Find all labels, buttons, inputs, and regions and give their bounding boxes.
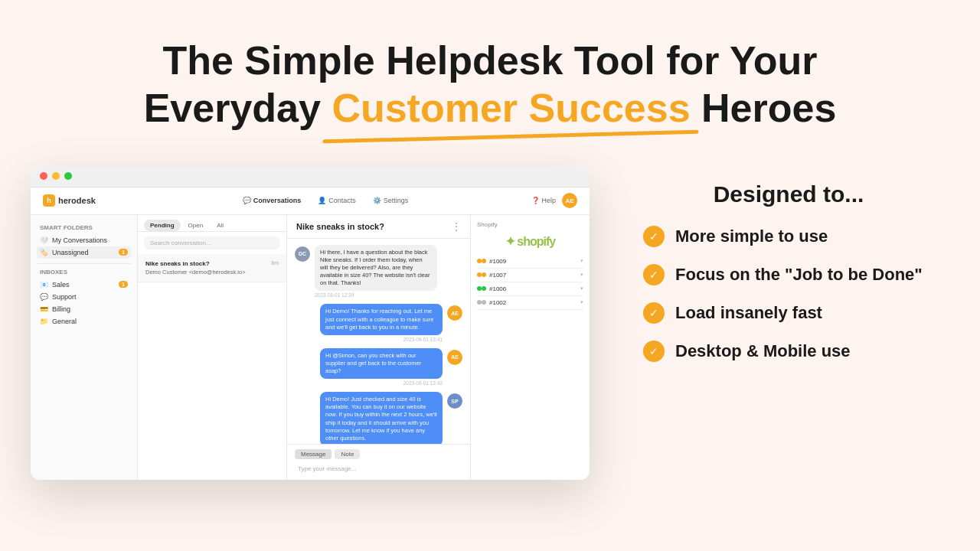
chat-tab-message[interactable]: Message [295,449,332,459]
chevron-down-icon: ▾ [580,258,583,264]
support-icon: 💬 [40,293,48,301]
nav-tab-contacts[interactable]: 👤 Contacts [310,194,364,207]
msg-bubble-2: Hi Demo! Thanks for reaching out. Let me… [320,304,443,341]
chat-title: Nike sneaks in stock? [296,222,384,231]
shopify-order-1007[interactable]: #1007 ▾ [477,269,583,282]
feature-item-1: ✓ More simple to use [643,226,934,247]
conv-item-header: Nike sneaks in stock? 8m [145,260,279,267]
inboxes-title: Inboxes [37,269,131,276]
chat-options-icon[interactable]: ⋮ [452,221,461,232]
shopify-header: Shopify [477,221,583,228]
chat-input-tabs: Message Note [295,449,462,459]
chevron-down-icon-3: ▾ [580,285,583,292]
settings-label: Settings [384,197,409,204]
msg-bubble-1: Hi there, I have a question about the bl… [315,245,437,298]
settings-icon: ⚙️ [373,197,381,204]
unassigned-icon: 🏷️ [40,249,48,256]
msg-time-3: 2023-08-01 13:42 [320,380,443,386]
sidebar-item-billing[interactable]: 💳 Billing [37,303,131,315]
sales-badge: 1 [119,281,128,288]
designed-title: Designed to... [643,181,934,207]
nav-tab-conversations[interactable]: 💬 Conversations [235,194,309,207]
conv-tab-pending[interactable]: Pending [144,220,181,231]
conv-tab-open[interactable]: Open [182,220,210,231]
msg-avatar-dc: DC [295,246,310,262]
hero-title-suffix: Heroes [691,86,837,130]
sidebar-item-my-conversations[interactable]: 🤍 My Conversations [37,234,131,246]
window-minimize-dot [52,172,60,180]
sidebar-item-support[interactable]: 💬 Support [37,291,131,303]
hero-title-highlight: Customer Success [332,84,690,132]
features-section: Designed to... ✓ More simple to use ✓ Fo… [620,166,949,379]
contacts-label: Contacts [328,197,356,204]
app-body: Smart folders 🤍 My Conversations 🏷️ Unas… [31,187,590,480]
conv-filter-tabs: Pending Open All [138,215,286,232]
chat-messages: DC Hi there, I have a question about the… [287,239,470,444]
feature-text-2: Focus on the "Job to be Done" [675,265,923,285]
sales-icon: 📧 [40,281,48,289]
user-avatar[interactable]: AE [562,193,577,208]
hero-title: The Simple Helpdesk Tool for Your Everyd… [31,37,949,132]
conversation-search[interactable]: Search conversation... [144,236,280,249]
window-maximize-dot [64,172,72,180]
help-link[interactable]: ❓ Help [531,197,556,204]
shopify-order-1002[interactable]: #1002 ▾ [477,296,583,310]
unassigned-badge: 1 [119,249,128,256]
feature-check-4: ✓ [643,341,665,362]
shopify-logo-container: ✦ shopify [477,234,583,249]
message-3: AE Hi @Simon, can you check with our sup… [295,348,462,386]
conversation-item[interactable]: Nike sneaks in stock? 8m Demo Customer <… [138,254,286,282]
conversations-label: Conversations [253,197,302,204]
msg-bubble-4: Hi Demo! Just checked and size 40 is ava… [320,392,443,444]
feature-check-2: ✓ [643,264,665,285]
msg-avatar-ae-2: AE [447,350,462,365]
chevron-down-icon-2: ▾ [580,272,583,278]
app-screenshot: h herodesk 💬 Conversations 👤 Contacts ⚙️… [31,166,590,480]
window-close-dot [40,172,47,180]
nav-tab-settings[interactable]: ⚙️ Settings [365,194,416,207]
feature-text-3: Load insanely fast [675,303,822,323]
chat-input-area: Message Note Type your message... [287,444,470,480]
contacts-icon: 👤 [318,197,326,204]
conv-tab-all[interactable]: All [211,220,230,231]
logo-text: herodesk [58,196,96,205]
feature-item-2: ✓ Focus on the "Job to be Done" [643,264,934,285]
hero-title-line1: The Simple Helpdesk Tool for Your [162,38,817,83]
chat-header: Nike sneaks in stock? ⋮ [287,215,470,239]
shopify-order-1006[interactable]: #1006 ▾ [477,282,583,296]
msg-avatar-ae-1: AE [447,305,462,321]
message-2: AE Hi Demo! Thanks for reaching out. Let… [295,304,462,341]
window-chrome [31,166,590,187]
general-icon: 📁 [40,318,48,325]
conversations-icon: 💬 [243,197,251,204]
sidebar-item-sales[interactable]: 📧 Sales 1 [37,279,131,291]
shopify-order-1009[interactable]: #1009 ▾ [477,255,583,269]
feature-item-4: ✓ Desktop & Mobile use [643,341,934,362]
conversation-list: Pending Open All Search conversation... … [138,215,287,480]
message-4: SP Hi Demo! Just checked and size 40 is … [295,392,462,444]
feature-check-3: ✓ [643,302,665,324]
message-1: DC Hi there, I have a question about the… [295,245,462,298]
logo-icon: h [43,194,55,207]
msg-avatar-sp: SP [447,393,462,409]
sidebar-item-unassigned[interactable]: 🏷️ Unassigned 1 [37,246,131,259]
heart-icon: 🤍 [40,236,48,244]
sidebar-item-general[interactable]: 📁 General [37,315,131,328]
shopify-logo: ✦ shopify [505,235,555,248]
msg-time-2: 2023-08-01 13:41 [320,337,443,342]
feature-check-1: ✓ [643,226,665,247]
msg-time-1: 2023-08-01 12:39 [315,292,437,298]
chat-input-placeholder[interactable]: Type your message... [295,462,462,475]
conv-sender: Demo Customer <demo@herodesk.io> [145,269,279,276]
shopify-header-label: Shopify [477,221,498,228]
feature-text-1: More simple to use [675,227,828,246]
billing-icon: 💳 [40,305,48,313]
feature-text-4: Desktop & Mobile use [675,341,851,361]
smart-folders-title: Smart folders [37,224,131,231]
main-content: h herodesk 💬 Conversations 👤 Contacts ⚙️… [0,151,980,480]
nav-right: ❓ Help AE [531,193,577,208]
shopify-panel: Shopify ✦ shopify #1009 ▾ #1007 ▾ [471,215,590,480]
app-sidebar: Smart folders 🤍 My Conversations 🏷️ Unas… [31,215,138,480]
chat-tab-note[interactable]: Note [335,449,360,459]
nav-tabs: 💬 Conversations 👤 Contacts ⚙️ Settings [119,194,531,207]
